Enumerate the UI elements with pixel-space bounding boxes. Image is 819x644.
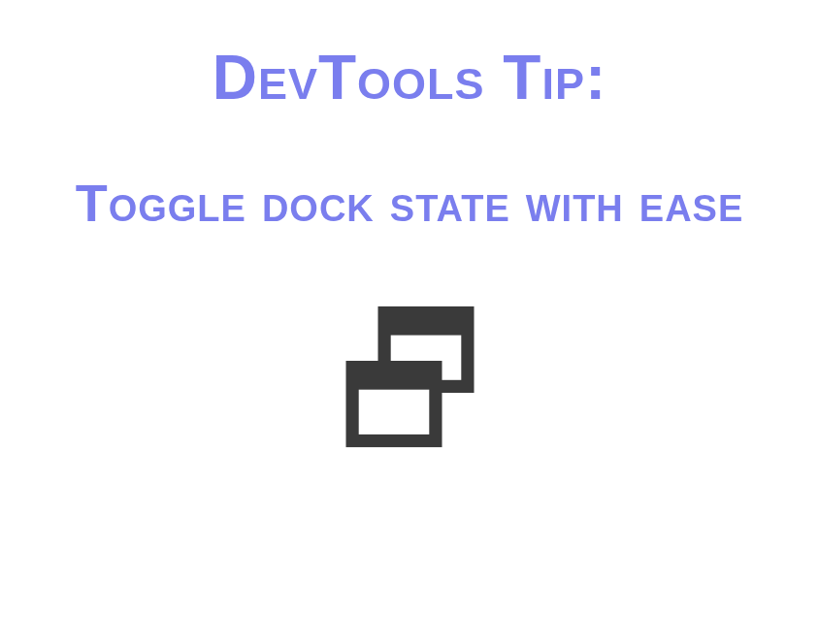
tip-subtitle: Toggle dock state with ease <box>76 165 744 241</box>
dock-undock-icon <box>322 289 497 464</box>
svg-rect-3 <box>358 389 429 434</box>
tip-title: DevTools Tip: <box>213 47 607 109</box>
tip-card: DevTools Tip: Toggle dock state with eas… <box>0 0 819 644</box>
